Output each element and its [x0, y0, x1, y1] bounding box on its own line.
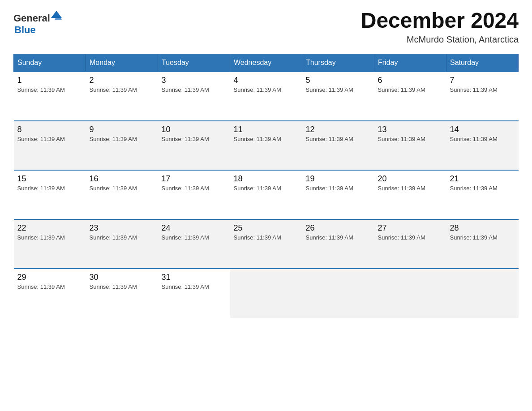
- day-number: 9: [90, 125, 154, 134]
- calendar-cell: 15Sunrise: 11:39 AM: [14, 170, 86, 219]
- calendar-cell: 6Sunrise: 11:39 AM: [374, 72, 446, 121]
- sunrise-text: Sunrise: 11:39 AM: [17, 136, 65, 142]
- sunrise-text: Sunrise: 11:39 AM: [17, 185, 65, 192]
- day-number: 2: [90, 76, 154, 85]
- logo-icon: [50, 9, 63, 21]
- month-title: December 2024: [361, 9, 519, 33]
- day-number: 26: [306, 223, 371, 233]
- calendar-cell: 26Sunrise: 11:39 AM: [302, 219, 374, 269]
- sunrise-text: Sunrise: 11:39 AM: [306, 234, 353, 241]
- day-number: 28: [450, 223, 515, 233]
- sunrise-text: Sunrise: 11:39 AM: [234, 136, 281, 142]
- day-number: 27: [378, 223, 443, 233]
- day-number: 4: [234, 76, 299, 85]
- col-wednesday: Wednesday: [230, 54, 302, 72]
- calendar-cell: [230, 269, 302, 318]
- day-number: 17: [162, 174, 227, 184]
- day-number: 24: [162, 223, 227, 233]
- sunrise-text: Sunrise: 11:39 AM: [17, 283, 65, 290]
- day-number: 7: [450, 76, 515, 85]
- sunrise-text: Sunrise: 11:39 AM: [378, 86, 425, 93]
- sunrise-text: Sunrise: 11:39 AM: [162, 234, 209, 241]
- calendar-cell: 31Sunrise: 11:39 AM: [158, 269, 230, 318]
- calendar-week-row: 29Sunrise: 11:39 AM30Sunrise: 11:39 AM31…: [14, 269, 519, 318]
- day-number: 16: [90, 174, 154, 184]
- day-number: 29: [17, 273, 82, 282]
- sunrise-text: Sunrise: 11:39 AM: [378, 185, 425, 192]
- calendar-cell: 13Sunrise: 11:39 AM: [374, 121, 446, 170]
- calendar-cell: 1Sunrise: 11:39 AM: [14, 72, 86, 121]
- calendar-cell: 20Sunrise: 11:39 AM: [374, 170, 446, 219]
- calendar-cell: 11Sunrise: 11:39 AM: [230, 121, 302, 170]
- calendar-week-row: 8Sunrise: 11:39 AM9Sunrise: 11:39 AM10Su…: [14, 121, 519, 170]
- logo-blue: Blue: [14, 24, 36, 35]
- calendar-cell: 2Sunrise: 11:39 AM: [86, 72, 158, 121]
- day-number: 12: [306, 125, 371, 134]
- calendar-cell: 19Sunrise: 11:39 AM: [302, 170, 374, 219]
- calendar-cell: 14Sunrise: 11:39 AM: [446, 121, 519, 170]
- col-friday: Friday: [374, 54, 446, 72]
- day-number: 21: [450, 174, 515, 184]
- calendar-week-row: 22Sunrise: 11:39 AM23Sunrise: 11:39 AM24…: [14, 219, 519, 269]
- calendar-cell: 27Sunrise: 11:39 AM: [374, 219, 446, 269]
- calendar-cell: 29Sunrise: 11:39 AM: [14, 269, 86, 318]
- col-monday: Monday: [86, 54, 158, 72]
- day-number: 31: [162, 273, 227, 282]
- col-saturday: Saturday: [446, 54, 519, 72]
- sunrise-text: Sunrise: 11:39 AM: [90, 283, 137, 290]
- sunrise-text: Sunrise: 11:39 AM: [162, 136, 209, 142]
- calendar-cell: 24Sunrise: 11:39 AM: [158, 219, 230, 269]
- calendar-cell: 28Sunrise: 11:39 AM: [446, 219, 519, 269]
- calendar-cell: 18Sunrise: 11:39 AM: [230, 170, 302, 219]
- calendar-week-row: 1Sunrise: 11:39 AM2Sunrise: 11:39 AM3Sun…: [14, 72, 519, 121]
- title-block: December 2024 McMurdo Station, Antarctic…: [361, 9, 519, 45]
- sunrise-text: Sunrise: 11:39 AM: [90, 185, 137, 192]
- sunrise-text: Sunrise: 11:39 AM: [450, 136, 498, 142]
- sunrise-text: Sunrise: 11:39 AM: [162, 185, 209, 192]
- calendar-cell: [446, 269, 519, 318]
- sunrise-text: Sunrise: 11:39 AM: [378, 234, 425, 241]
- day-number: 5: [306, 76, 371, 85]
- sunrise-text: Sunrise: 11:39 AM: [306, 185, 353, 192]
- day-number: 8: [17, 125, 82, 134]
- calendar-header-row: Sunday Monday Tuesday Wednesday Thursday…: [14, 54, 519, 72]
- sunrise-text: Sunrise: 11:39 AM: [90, 86, 137, 93]
- day-number: 15: [17, 174, 82, 184]
- calendar-cell: 9Sunrise: 11:39 AM: [86, 121, 158, 170]
- sunrise-text: Sunrise: 11:39 AM: [450, 86, 498, 93]
- day-number: 22: [17, 223, 82, 233]
- calendar-cell: 10Sunrise: 11:39 AM: [158, 121, 230, 170]
- calendar-table: Sunday Monday Tuesday Wednesday Thursday…: [13, 54, 519, 318]
- sunrise-text: Sunrise: 11:39 AM: [234, 86, 281, 93]
- day-number: 23: [90, 223, 154, 233]
- logo: General Blue: [13, 9, 63, 36]
- calendar-cell: 5Sunrise: 11:39 AM: [302, 72, 374, 121]
- day-number: 19: [306, 174, 371, 184]
- sunrise-text: Sunrise: 11:39 AM: [17, 234, 65, 241]
- calendar-cell: 17Sunrise: 11:39 AM: [158, 170, 230, 219]
- calendar-cell: 30Sunrise: 11:39 AM: [86, 269, 158, 318]
- day-number: 3: [162, 76, 227, 85]
- day-number: 13: [378, 125, 443, 134]
- sunrise-text: Sunrise: 11:39 AM: [17, 86, 65, 93]
- day-number: 6: [378, 76, 443, 85]
- calendar-cell: 25Sunrise: 11:39 AM: [230, 219, 302, 269]
- sunrise-text: Sunrise: 11:39 AM: [90, 234, 137, 241]
- day-number: 18: [234, 174, 299, 184]
- sunrise-text: Sunrise: 11:39 AM: [234, 234, 281, 241]
- calendar-cell: 7Sunrise: 11:39 AM: [446, 72, 519, 121]
- calendar-cell: 8Sunrise: 11:39 AM: [14, 121, 86, 170]
- calendar-cell: [374, 269, 446, 318]
- day-number: 20: [378, 174, 443, 184]
- logo-text: General Blue: [13, 9, 63, 36]
- sunrise-text: Sunrise: 11:39 AM: [306, 86, 353, 93]
- page-header: General Blue December 2024 McMurdo Stati…: [13, 9, 519, 45]
- sunrise-text: Sunrise: 11:39 AM: [450, 234, 498, 241]
- day-number: 30: [90, 273, 154, 282]
- day-number: 10: [162, 125, 227, 134]
- sunrise-text: Sunrise: 11:39 AM: [90, 136, 137, 142]
- calendar-cell: 3Sunrise: 11:39 AM: [158, 72, 230, 121]
- col-thursday: Thursday: [302, 54, 374, 72]
- sunrise-text: Sunrise: 11:39 AM: [378, 136, 425, 142]
- day-number: 11: [234, 125, 299, 134]
